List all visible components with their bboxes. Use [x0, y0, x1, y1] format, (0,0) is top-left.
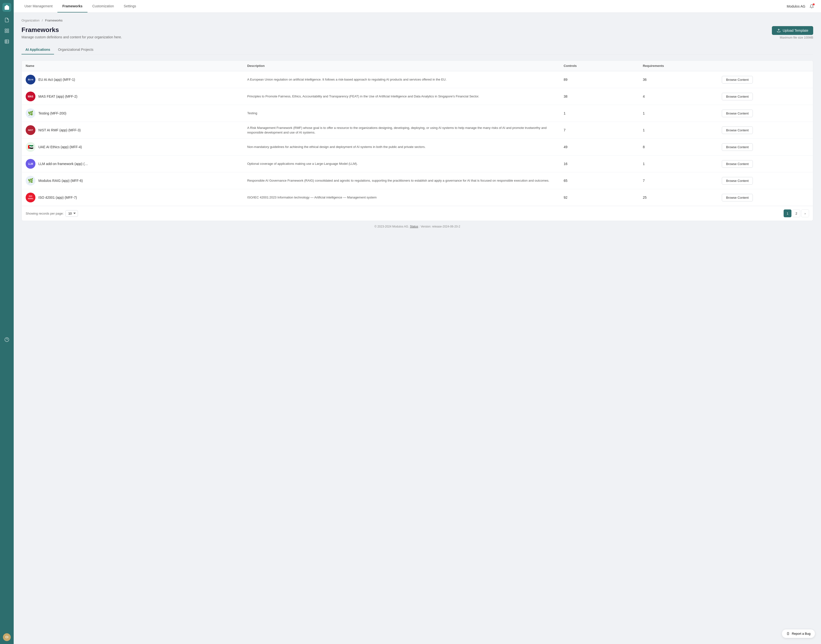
page-title: Frameworks: [22, 26, 122, 34]
browse-content-button[interactable]: Browse Content: [722, 194, 753, 201]
framework-controls: 92: [564, 196, 567, 199]
framework-name: MAS FEAT (app) (MFF-2): [38, 95, 77, 98]
framework-name-cell: EU AI EU AI Act (app) (MFF-1): [26, 75, 240, 84]
page-subtitle: Manage custom definitions and content fo…: [22, 35, 122, 39]
nav-right: Modulos AG: [787, 3, 815, 10]
pagination: 1 2 ›: [784, 210, 809, 217]
col-name: Name: [22, 61, 243, 71]
table-row: LLM LLM add-on framework (app) (… Option…: [22, 155, 813, 172]
report-bug-button[interactable]: Report a Bug: [782, 629, 815, 638]
page-header-left: Frameworks Manage custom definitions and…: [22, 26, 122, 39]
footer-status-link[interactable]: Status: [410, 225, 418, 228]
table-row: ISO42001 ISO 42001 (app) (MFF-7) ISO/IEC…: [22, 189, 813, 206]
page-2-button[interactable]: 2: [792, 210, 800, 217]
table-row: 🌿 Modulos RAIG (app) (MFF-6) Responsible…: [22, 172, 813, 189]
nav-customization[interactable]: Customization: [88, 0, 119, 12]
browse-content-button[interactable]: Browse Content: [722, 126, 753, 134]
framework-requirements: 1: [643, 162, 645, 166]
frameworks-table-card: Name Description Controls Requirements E…: [22, 60, 813, 221]
framework-name: ISO 42001 (app) (MFF-7): [38, 196, 77, 199]
browse-content-button[interactable]: Browse Content: [722, 160, 753, 168]
nav-items: User Management Frameworks Customization…: [20, 0, 787, 12]
page-content: Organization / Frameworks Frameworks Man…: [14, 13, 821, 644]
tab-ai-applications[interactable]: AI Applications: [22, 45, 54, 54]
browse-content-button[interactable]: Browse Content: [722, 76, 753, 83]
framework-controls: 1: [564, 111, 566, 115]
page-1-button[interactable]: 1: [784, 210, 792, 217]
svg-rect-4: [5, 40, 9, 43]
framework-name-cell: ISO42001 ISO 42001 (app) (MFF-7): [26, 193, 240, 202]
breadcrumb-current: Frameworks: [45, 18, 63, 22]
analytics-icon[interactable]: [2, 26, 11, 35]
documents-icon[interactable]: [2, 15, 11, 25]
framework-name-cell: 🌿 Testing (MFF-200): [26, 108, 240, 118]
breadcrumb: Organization / Frameworks: [22, 18, 813, 22]
framework-requirements: 1: [643, 128, 645, 132]
company-name: Modulos AG: [787, 5, 806, 8]
user-avatar[interactable]: CI: [3, 633, 11, 641]
framework-name: LLM add-on framework (app) (…: [38, 162, 88, 166]
framework-controls: 38: [564, 95, 567, 98]
framework-controls: 65: [564, 179, 567, 182]
framework-name-cell: 🌿 Modulos RAIG (app) (MFF-6): [26, 176, 240, 186]
svg-rect-2: [7, 31, 9, 33]
table-row: 🇦🇪 UAE AI Ethics (app) (MFF-4) Non-manda…: [22, 139, 813, 155]
framework-requirements: 4: [643, 95, 645, 98]
framework-requirements: 36: [643, 78, 647, 81]
framework-requirements: 8: [643, 145, 645, 149]
per-page-select[interactable]: 10 25 50: [66, 210, 78, 217]
table-row: 🌿 Testing (MFF-200) Testing 1 1 Browse C…: [22, 105, 813, 122]
framework-name-cell: NIST NIST AI RMF (app) (MFF-3): [26, 125, 240, 135]
svg-rect-3: [5, 31, 6, 33]
table-row: NIST NIST AI RMF (app) (MFF-3) A Risk Ma…: [22, 122, 813, 139]
nav-user-management[interactable]: User Management: [20, 0, 57, 12]
nav-settings[interactable]: Settings: [119, 0, 141, 12]
framework-requirements: 7: [643, 179, 645, 182]
framework-name-cell: MAS MAS FEAT (app) (MFF-2): [26, 92, 240, 101]
framework-description: Responsible AI Governance Framework (RAI…: [247, 179, 549, 182]
framework-controls: 49: [564, 145, 567, 149]
browse-content-button[interactable]: Browse Content: [722, 143, 753, 151]
records-per-page: Showing records per page: 10 25 50: [26, 210, 78, 217]
framework-requirements: 1: [643, 111, 645, 115]
framework-name: Modulos RAIG (app) (MFF-6): [38, 179, 83, 182]
browse-content-button[interactable]: Browse Content: [722, 110, 753, 117]
framework-controls: 7: [564, 128, 566, 132]
top-nav: User Management Frameworks Customization…: [14, 0, 821, 13]
framework-description: A Risk Management Framework (RMF) whose …: [247, 126, 547, 135]
main-content: User Management Frameworks Customization…: [14, 0, 821, 644]
breadcrumb-parent[interactable]: Organization: [22, 18, 40, 22]
showing-label: Showing records per page:: [26, 212, 63, 215]
framework-controls: 16: [564, 162, 567, 166]
svg-rect-1: [7, 29, 9, 31]
col-controls: Controls: [560, 61, 639, 71]
framework-description: ISO/IEC 42001:2023 Information technolog…: [247, 196, 377, 199]
framework-name: Testing (MFF-200): [38, 111, 66, 115]
tab-organizational-projects[interactable]: Organizational Projects: [54, 45, 97, 54]
browse-content-button[interactable]: Browse Content: [722, 177, 753, 184]
framework-name-cell: 🇦🇪 UAE AI Ethics (app) (MFF-4): [26, 142, 240, 152]
upload-template-button[interactable]: Upload Template: [772, 26, 813, 35]
framework-description: Testing: [247, 111, 257, 115]
framework-description: Principles to Promote Fairness, Ethics, …: [247, 95, 480, 98]
table-row: MAS MAS FEAT (app) (MFF-2) Principles to…: [22, 88, 813, 105]
file-size-note: Maximum file size 100MB: [780, 36, 813, 39]
nav-frameworks[interactable]: Frameworks: [57, 0, 87, 12]
notification-bell[interactable]: [808, 3, 815, 10]
framework-name: NIST AI RMF (app) (MFF-3): [38, 128, 81, 132]
browse-content-button[interactable]: Browse Content: [722, 93, 753, 100]
next-page-button[interactable]: ›: [801, 210, 809, 217]
table-row: EU AI EU AI Act (app) (MFF-1) A European…: [22, 71, 813, 88]
page-header: Frameworks Manage custom definitions and…: [22, 26, 813, 39]
table-icon[interactable]: [2, 37, 11, 46]
sidebar-logo[interactable]: [2, 3, 11, 12]
col-requirements: Requirements: [639, 61, 718, 71]
col-actions: [718, 61, 813, 71]
footer-version: : Version: release-2024-06-20-2: [419, 225, 460, 228]
framework-controls: 89: [564, 78, 567, 81]
help-icon[interactable]: [2, 335, 11, 344]
framework-requirements: 25: [643, 196, 647, 199]
framework-description: Optional coverage of applications making…: [247, 162, 358, 166]
page-header-right: Upload Template Maximum file size 100MB: [772, 26, 813, 39]
sidebar: CI: [0, 0, 14, 644]
